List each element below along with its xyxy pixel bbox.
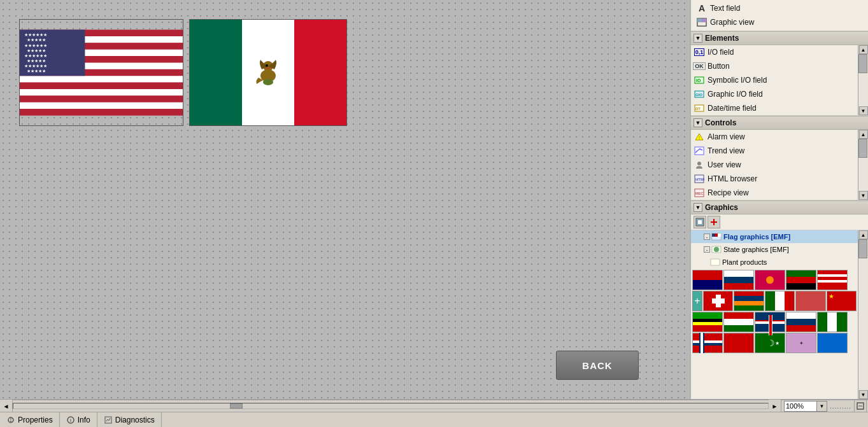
graphic-view-item[interactable]: Graphic view <box>694 15 865 29</box>
info-tab[interactable]: i Info <box>60 412 97 428</box>
info-icon: i <box>66 416 75 424</box>
flag-thumb-ke[interactable] <box>786 270 816 290</box>
info-label: Info <box>78 416 90 424</box>
bottom-scrollbar: ◄ ► ▼ ......... <box>0 399 868 412</box>
datetime-item[interactable]: DT Date/time field <box>691 101 858 115</box>
flag-grid-row3 <box>692 312 857 332</box>
symbolic-io-item[interactable]: IO Symbolic I/O field <box>691 73 858 87</box>
graphics-tool-btn2[interactable] <box>708 216 720 228</box>
flag-thumb-mz[interactable] <box>692 312 723 332</box>
flag-thumb-cn[interactable]: ★ <box>827 291 857 311</box>
flag-thumb-no[interactable] <box>692 333 723 353</box>
flag-thumb-gb[interactable] <box>755 312 785 332</box>
svg-text:★★★★★★: ★★★★★★ <box>24 64 47 68</box>
back-button[interactable]: BACK <box>556 351 639 380</box>
flag-thumb-om[interactable] <box>723 312 754 332</box>
flag-thumb-misc2[interactable] <box>817 333 848 353</box>
flag-thumb-ru[interactable] <box>723 270 754 290</box>
flag-graphics-collapse[interactable]: - <box>704 234 710 240</box>
graphic-io-item[interactable]: GIO Graphic I/O field <box>691 87 858 101</box>
svg-text:★★★★★★: ★★★★★★ <box>24 43 47 48</box>
button-label: Button <box>708 62 730 71</box>
button-item[interactable]: OK Button <box>691 59 858 73</box>
trend-view-label: Trend view <box>708 146 744 155</box>
fit-btn[interactable] <box>854 400 867 412</box>
flag-thumb-mx2[interactable] <box>765 291 795 311</box>
recipe-view-item[interactable]: REC Recipe view <box>691 186 858 200</box>
controls-section: ▼ Controls ! Alarm view <box>691 116 868 200</box>
svg-text:!: ! <box>699 136 700 140</box>
scroll-right-btn[interactable]: ► <box>769 400 781 412</box>
elements-collapse-btn[interactable]: ▼ <box>694 34 702 43</box>
zoom-dropdown[interactable]: ▼ <box>817 401 827 412</box>
alarm-view-item[interactable]: ! Alarm view <box>691 130 858 144</box>
flag-graphics-label: Flag graphics [EMF] <box>723 233 790 241</box>
flag-thumb-my[interactable] <box>817 270 848 290</box>
add-flag-btn[interactable]: + <box>692 291 702 311</box>
user-view-label: User view <box>708 160 741 169</box>
panel-top-items: A Text field Graphic view <box>691 0 868 31</box>
controls-scroll-down[interactable]: ▼ <box>859 191 868 200</box>
flag-thumb-ge[interactable] <box>795 291 825 311</box>
flag-thumb-gu[interactable] <box>723 333 754 353</box>
flag-thumb-mk[interactable] <box>755 270 785 290</box>
controls-collapse-btn[interactable]: ▼ <box>694 118 702 127</box>
flag-thumb-ch[interactable] <box>703 291 733 311</box>
mx-white-stripe <box>242 20 294 125</box>
controls-scroll-up[interactable]: ▲ <box>859 130 868 139</box>
elements-title: Elements <box>705 34 739 43</box>
text-field-icon: A <box>696 3 708 14</box>
svg-text:REC: REC <box>695 192 704 195</box>
flag-thumb-ng[interactable] <box>817 312 848 332</box>
zoom-input[interactable] <box>784 401 817 412</box>
svg-text:IO: IO <box>696 78 701 83</box>
elements-content: 0,1 I/O field OK Button IO <box>691 45 868 115</box>
svg-point-38 <box>697 162 701 165</box>
flag-thumb-misc1[interactable]: ✦ <box>786 333 816 353</box>
elements-scroll-up[interactable]: ▲ <box>859 45 868 54</box>
recipe-view-icon: REC <box>694 187 705 199</box>
flag-thumb-sk[interactable] <box>786 312 816 332</box>
user-view-item[interactable]: User view <box>691 158 858 172</box>
plant-products-item[interactable]: Plant products <box>691 256 858 269</box>
flag-graphics-item[interactable]: - Flag graphics [EMF] <box>691 230 858 243</box>
state-graphics-collapse[interactable]: - <box>704 246 710 253</box>
html-browser-icon: HTML <box>694 173 705 185</box>
controls-scroll-track <box>858 139 868 191</box>
controls-header[interactable]: ▼ Controls <box>691 116 868 130</box>
horizontal-scrollbar[interactable] <box>13 403 769 409</box>
alarm-view-label: Alarm view <box>708 132 745 141</box>
elements-header[interactable]: ▼ Elements <box>691 31 868 45</box>
mx-red-stripe <box>294 20 346 125</box>
flag-thumb-pk[interactable]: ☽★ <box>755 333 785 353</box>
controls-content: ! Alarm view Trend view <box>691 130 868 200</box>
diagnostics-icon <box>104 416 113 424</box>
io-field-item[interactable]: 0,1 I/O field <box>691 45 858 59</box>
graphics-scroll-up[interactable]: ▲ <box>859 230 868 239</box>
mexico-flag[interactable] <box>189 19 347 126</box>
svg-text:★★★★★: ★★★★★ <box>27 69 46 73</box>
text-field-item[interactable]: A Text field <box>694 1 865 15</box>
flag-thumb-bg[interactable] <box>692 270 723 290</box>
svg-rect-37 <box>695 147 704 155</box>
graphics-section: ▼ Graphics - <box>691 200 868 399</box>
graphics-collapse-btn[interactable]: ▼ <box>694 203 702 212</box>
trend-view-item[interactable]: Trend view <box>691 144 858 158</box>
graphics-scroll-track <box>858 239 868 390</box>
svg-rect-11 <box>20 102 183 109</box>
us-flag[interactable]: ★★★★★★ ★★★★★ ★★★★★★ ★★★★★ ★★★★★★ ★★★★★ ★… <box>19 19 183 126</box>
scroll-left-btn[interactable]: ◄ <box>0 400 13 412</box>
state-graphics-item[interactable]: - State graphics [EMF] <box>691 243 858 256</box>
diagnostics-tab[interactable]: Diagnostics <box>97 412 162 428</box>
flag-thumb-mu[interactable] <box>734 291 764 311</box>
user-view-icon <box>694 159 705 171</box>
graphics-header[interactable]: ▼ Graphics <box>691 200 868 214</box>
html-browser-item[interactable]: HTML HTML browser <box>691 172 858 186</box>
graphics-toolbar <box>691 214 868 230</box>
elements-scroll-down[interactable]: ▼ <box>859 106 868 115</box>
graphics-tool-btn1[interactable] <box>694 216 706 228</box>
canvas-dotted[interactable]: ★★★★★★ ★★★★★ ★★★★★★ ★★★★★ ★★★★★★ ★★★★★ ★… <box>0 0 690 399</box>
graphics-scroll-down[interactable]: ▼ <box>859 390 868 399</box>
properties-tab[interactable]: Properties <box>0 412 60 428</box>
elements-list: 0,1 I/O field OK Button IO <box>691 45 858 115</box>
